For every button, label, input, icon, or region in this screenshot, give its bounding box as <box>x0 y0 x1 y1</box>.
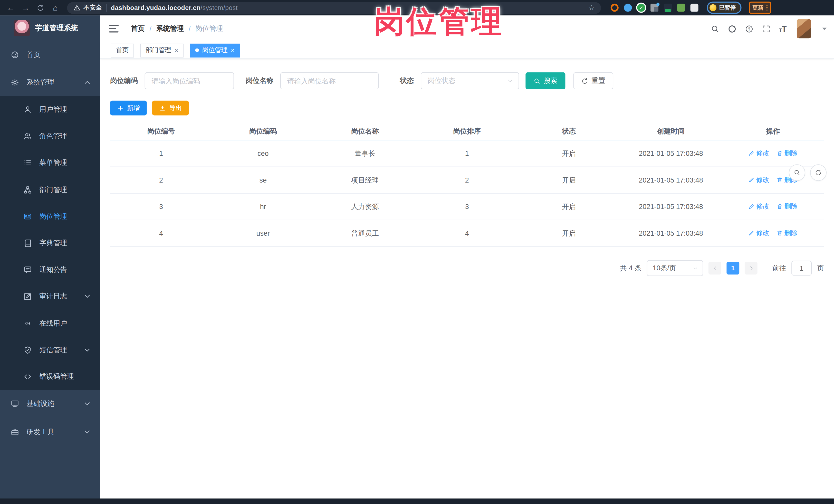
paused-badge[interactable]: 已暂停 <box>707 2 741 14</box>
cell-code: user <box>212 220 314 247</box>
sidebar-item-system[interactable]: 系统管理 <box>0 69 100 96</box>
page-number-1[interactable]: 1 <box>726 262 739 275</box>
chevron-right-icon <box>748 265 754 271</box>
add-button[interactable]: 新增 <box>110 101 147 115</box>
fullscreen-icon[interactable] <box>762 24 771 33</box>
extension-orange-icon[interactable] <box>611 4 619 12</box>
sidebar-item-label: 在线用户 <box>39 319 67 328</box>
cell-created: 2021-01-05 17:03:48 <box>620 140 722 167</box>
edit-square-icon <box>23 292 32 301</box>
edit-link[interactable]: 修改 <box>748 175 770 184</box>
sidebar-item-infrastructure[interactable]: 基础设施 <box>0 390 100 418</box>
sidebar-item-departments[interactable]: 部门管理 <box>0 176 100 203</box>
bookmark-star-icon[interactable]: ☆ <box>588 4 594 12</box>
help-icon[interactable]: ? <box>745 24 754 33</box>
col-header-status: 状态 <box>518 123 620 140</box>
sidebar-item-audit-log[interactable]: 审计日志 <box>0 283 100 310</box>
plus-icon <box>117 105 124 111</box>
sidebar-item-error-codes[interactable]: 错误码管理 <box>0 363 100 390</box>
browser-menu-icon[interactable] <box>766 5 768 11</box>
refresh-table-button[interactable] <box>810 164 827 181</box>
edit-link[interactable]: 修改 <box>748 149 770 158</box>
export-button[interactable]: 导出 <box>152 101 189 115</box>
browser-reload-icon[interactable] <box>34 1 47 14</box>
delete-link[interactable]: 删除 <box>776 228 797 238</box>
tab-departments[interactable]: 部门管理× <box>140 43 183 57</box>
sidebar-item-online-users[interactable]: 在线用户 <box>0 310 100 336</box>
post-code-input[interactable] <box>145 72 234 89</box>
status-select-placeholder: 岗位状态 <box>427 76 455 86</box>
sidebar-item-label: 通知公告 <box>39 265 67 275</box>
font-size-icon[interactable]: TT <box>779 25 787 32</box>
sidebar-item-dict[interactable]: 字典管理 <box>0 230 100 257</box>
sidebar-item-menus[interactable]: 菜单管理 <box>0 150 100 176</box>
sidebar-item-label: 短信管理 <box>39 345 67 355</box>
delete-link[interactable]: 删除 <box>776 149 797 158</box>
sidebar-item-posts[interactable]: 岗位管理 <box>0 203 100 230</box>
sidebar-item-users[interactable]: 用户管理 <box>0 96 100 123</box>
extension-userscript-icon[interactable] <box>664 4 672 12</box>
prev-page-button[interactable] <box>708 262 721 275</box>
browser-update-button[interactable]: 更新 <box>748 2 771 14</box>
extension-pin-icon[interactable] <box>624 4 632 12</box>
tab-posts[interactable]: 岗位管理× <box>190 43 240 57</box>
breadcrumb-system[interactable]: 系统管理 <box>156 24 184 34</box>
security-status[interactable]: 不安全 <box>73 4 102 12</box>
toggle-search-button[interactable] <box>789 164 805 181</box>
sidebar-item-label: 角色管理 <box>39 131 67 141</box>
emoji-face-icon <box>709 4 717 11</box>
search-icon[interactable] <box>711 24 720 33</box>
delete-link[interactable]: 删除 <box>776 202 797 211</box>
sidebar-item-sms[interactable]: 短信管理 <box>0 336 100 363</box>
chevron-down-icon <box>83 346 91 354</box>
list-icon <box>23 159 32 167</box>
extension-leaf-icon[interactable] <box>677 4 685 12</box>
reset-button[interactable]: 重置 <box>573 72 613 89</box>
breadcrumb-home[interactable]: 首页 <box>131 24 145 34</box>
goto-page-input[interactable] <box>791 261 812 276</box>
search-icon <box>533 77 540 84</box>
col-header-name: 岗位名称 <box>314 123 416 140</box>
caret-down-icon[interactable] <box>822 27 827 30</box>
sidebar-item-home[interactable]: 首页 <box>0 41 100 69</box>
search-button[interactable]: 搜索 <box>525 72 565 89</box>
page-size-select[interactable]: 10条/页 <box>647 260 703 276</box>
search-icon <box>794 169 800 176</box>
cell-name: 董事长 <box>314 140 416 167</box>
sidebar-item-roles[interactable]: 角色管理 <box>0 123 100 150</box>
chevron-down-icon <box>507 78 513 84</box>
col-header-code: 岗位编码 <box>212 123 314 140</box>
github-icon[interactable] <box>728 24 737 33</box>
table-row: 4 user 普通员工 4 开启 2021-01-05 17:03:48 修改删… <box>110 220 824 247</box>
edit-link[interactable]: 修改 <box>748 202 770 211</box>
browser-home-icon[interactable]: ⌂ <box>49 1 62 14</box>
hamburger-icon[interactable] <box>109 25 118 32</box>
active-dot <box>195 48 199 52</box>
edit-link[interactable]: 修改 <box>748 228 770 238</box>
app-logo[interactable]: 芋道管理系统 <box>0 16 100 41</box>
table-toolbar: 新增 导出 <box>110 101 824 115</box>
sidebar-item-label: 菜单管理 <box>39 158 67 168</box>
address-bar[interactable]: 不安全 dashboard.yudao.iocoder.cn/system/po… <box>67 2 601 14</box>
next-page-button[interactable] <box>745 262 758 275</box>
sidebar-item-dev-tools[interactable]: 研发工具 <box>0 418 100 446</box>
extension-grid-icon[interactable] <box>651 4 658 12</box>
total-count: 共 4 条 <box>620 263 641 273</box>
chevron-down-icon <box>83 292 91 301</box>
close-icon[interactable]: × <box>231 46 235 54</box>
browser-back-icon[interactable]: ← <box>4 1 17 14</box>
url-path: /system/post <box>200 4 238 12</box>
extension-tray: ✓ <box>611 4 699 12</box>
add-button-label: 新增 <box>127 104 140 112</box>
browser-forward-icon[interactable]: → <box>19 1 32 14</box>
extensions-puzzle-icon[interactable] <box>690 4 699 12</box>
tab-home[interactable]: 首页 <box>111 43 134 57</box>
user-avatar[interactable] <box>797 19 811 39</box>
status-select[interactable]: 岗位状态 <box>421 72 519 89</box>
sidebar-item-notice[interactable]: 通知公告 <box>0 257 100 283</box>
code-icon <box>23 372 32 381</box>
post-name-input[interactable] <box>280 72 379 89</box>
extension-check-icon[interactable]: ✓ <box>637 4 645 12</box>
svg-text:?: ? <box>748 26 751 31</box>
close-icon[interactable]: × <box>175 46 178 54</box>
